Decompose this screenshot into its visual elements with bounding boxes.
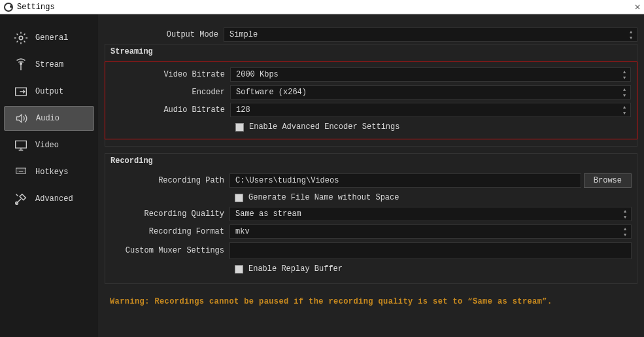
- audio-bitrate-select[interactable]: 128 ▲▼: [230, 103, 631, 117]
- recording-group: Recording Recording Path C:\Users\tuding…: [105, 153, 637, 284]
- gen-filename-checkbox[interactable]: [235, 194, 243, 202]
- muxer-label: Custom Muxer Settings: [110, 246, 229, 255]
- browse-button[interactable]: Browse: [584, 173, 632, 188]
- recording-title: Recording: [110, 156, 153, 166]
- chevron-down-icon: ▼: [626, 35, 636, 41]
- recording-format-value: mkv: [235, 227, 250, 236]
- audio-bitrate-value: 128: [236, 105, 250, 115]
- audio-bitrate-label: Audio Bitrate: [111, 105, 230, 115]
- highlight-box: Video Bitrate 2000 Kbps ▲▼ Encoder: [105, 62, 637, 139]
- sidebar-item-hotkeys[interactable]: Hotkeys: [4, 160, 94, 185]
- svg-point-1: [20, 63, 22, 65]
- chevron-down-icon: ▼: [620, 92, 629, 98]
- recording-format-label: Recording Format: [110, 227, 229, 236]
- chevron-down-icon: ▼: [620, 232, 630, 238]
- app-logo-icon: [4, 3, 13, 12]
- svg-rect-4: [16, 168, 26, 173]
- sidebar-item-label: General: [35, 33, 68, 43]
- muxer-input[interactable]: [229, 242, 632, 259]
- recording-quality-label: Recording Quality: [110, 209, 229, 219]
- enable-advanced-checkbox[interactable]: [235, 123, 244, 132]
- chevron-down-icon: ▼: [620, 110, 629, 116]
- sidebar-item-stream[interactable]: Stream: [4, 52, 94, 77]
- output-icon: [13, 85, 29, 98]
- monitor-icon: [13, 139, 29, 152]
- sidebar-item-label: Hotkeys: [35, 168, 68, 177]
- content-panel: Output Mode Simple ▲▼ Streaming Video Bi…: [98, 14, 644, 337]
- replay-buffer-checkbox[interactable]: [235, 265, 243, 274]
- encoder-label: Encoder: [111, 88, 230, 97]
- sidebar-item-label: Video: [35, 141, 59, 150]
- recording-quality-select[interactable]: Same as stream ▲▼: [229, 207, 632, 221]
- sidebar: General Stream Output Audio Video Hotkey…: [0, 14, 98, 337]
- sidebar-item-label: Audio: [36, 114, 59, 123]
- output-mode-value: Simple: [229, 30, 258, 39]
- close-icon[interactable]: ⨉: [635, 1, 640, 12]
- chevron-up-icon[interactable]: ▲: [620, 69, 629, 75]
- svg-point-0: [19, 36, 23, 40]
- chevron-up-icon: ▲: [620, 208, 630, 214]
- tools-icon: [13, 192, 29, 205]
- sidebar-item-audio[interactable]: Audio: [4, 106, 94, 131]
- chevron-up-icon: ▲: [620, 226, 630, 232]
- gen-filename-label: Generate File Name without Space: [248, 193, 399, 202]
- recording-path-input[interactable]: C:\Users\tuding\Videos: [229, 173, 581, 188]
- sidebar-item-label: Output: [35, 87, 63, 96]
- output-mode-select[interactable]: Simple ▲▼: [224, 27, 637, 42]
- chevron-up-icon: ▲: [620, 86, 629, 92]
- video-bitrate-label: Video Bitrate: [111, 70, 230, 79]
- sidebar-item-label: Advanced: [35, 194, 73, 204]
- streaming-group: Streaming Video Bitrate 2000 Kbps ▲▼ Enc…: [105, 44, 637, 147]
- encoder-value: Software (x264): [236, 88, 307, 97]
- sidebar-item-video[interactable]: Video: [4, 133, 94, 158]
- antenna-icon: [13, 58, 29, 71]
- sidebar-item-advanced[interactable]: Advanced: [4, 186, 94, 211]
- replay-buffer-label: Enable Replay Buffer: [248, 264, 343, 274]
- output-mode-label: Output Mode: [105, 30, 224, 39]
- warning-text: Warning: Recordings cannot be paused if …: [105, 291, 637, 313]
- sidebar-item-general[interactable]: General: [4, 26, 94, 50]
- video-bitrate-value: 2000 Kbps: [236, 70, 279, 79]
- encoder-select[interactable]: Software (x264) ▲▼: [230, 85, 631, 99]
- enable-advanced-label: Enable Advanced Encoder Settings: [249, 122, 399, 132]
- chevron-down-icon[interactable]: ▼: [620, 75, 629, 80]
- video-bitrate-input[interactable]: 2000 Kbps ▲▼: [230, 67, 631, 82]
- keyboard-icon: [13, 166, 29, 179]
- chevron-up-icon: ▲: [620, 104, 629, 110]
- speaker-icon: [14, 112, 29, 125]
- recording-quality-value: Same as stream: [235, 209, 301, 219]
- recording-format-select[interactable]: mkv ▲▼: [229, 224, 632, 239]
- recording-path-label: Recording Path: [110, 176, 229, 185]
- chevron-down-icon: ▼: [620, 214, 630, 220]
- svg-rect-3: [16, 141, 27, 148]
- gear-icon: [13, 31, 29, 44]
- streaming-title: Streaming: [110, 47, 153, 56]
- titlebar: Settings ⨉: [0, 0, 644, 14]
- chevron-up-icon: ▲: [626, 29, 636, 35]
- recording-path-value: C:\Users\tuding\Videos: [235, 176, 339, 185]
- sidebar-item-output[interactable]: Output: [4, 79, 94, 104]
- window-title: Settings: [17, 3, 55, 12]
- sidebar-item-label: Stream: [35, 60, 63, 69]
